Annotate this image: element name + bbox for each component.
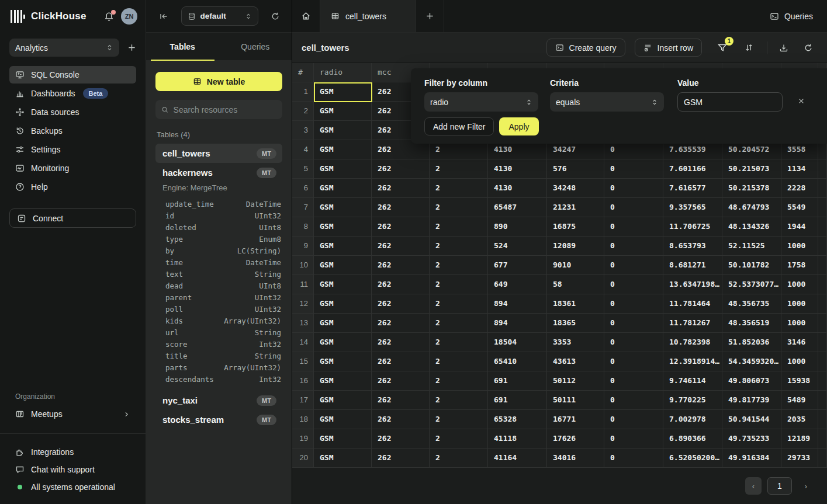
filter-button[interactable]: 1 xyxy=(716,40,729,55)
search-resources-input[interactable] xyxy=(174,105,276,114)
cell-net[interactable]: 2 xyxy=(430,371,488,391)
cell-range[interactable]: 1944 xyxy=(781,217,818,237)
cell-mcc[interactable]: 262 xyxy=(372,198,430,217)
cell-area[interactable]: 65328 xyxy=(488,410,547,429)
sidebar-item-data-sources[interactable]: Data sources xyxy=(9,103,136,121)
cell-area[interactable]: 18504 xyxy=(488,333,547,352)
sidebar-item-backups[interactable]: Backups xyxy=(9,122,136,140)
cell-unit[interactable]: 0 xyxy=(604,391,663,410)
table-row[interactable]: 9 GSM 262 2 524 12089 0 8.653793 52.1152… xyxy=(292,237,827,256)
cell-range[interactable]: 1758 xyxy=(781,256,818,275)
cell-range[interactable]: 29733 xyxy=(781,449,818,468)
create-query-button[interactable]: Create query xyxy=(546,39,625,57)
cell-cell[interactable]: 17626 xyxy=(547,429,604,449)
cell-net[interactable]: 2 xyxy=(430,159,488,179)
next-page-button[interactable]: › xyxy=(798,477,814,495)
cell-lat[interactable]: 50.101782 xyxy=(722,256,781,275)
cell-radio[interactable]: GSM xyxy=(314,294,372,314)
table-row[interactable]: 16 GSM 262 2 691 50112 0 9.746114 49.806… xyxy=(292,371,827,391)
cell-net[interactable]: 2 xyxy=(430,237,488,256)
table-row[interactable]: 7 GSM 262 2 65487 21231 0 9.357565 48.67… xyxy=(292,198,827,217)
cell-mcc[interactable]: 262 xyxy=(372,429,430,449)
refresh-table-button[interactable] xyxy=(801,41,815,55)
cell-area[interactable]: 691 xyxy=(488,391,547,410)
table-row[interactable]: 19 GSM 262 2 41118 17626 0 6.890366 49.7… xyxy=(292,429,827,449)
cell-mcc[interactable]: 262 xyxy=(372,333,430,352)
cell-area[interactable]: 65410 xyxy=(488,352,547,371)
collapse-panel-icon[interactable] xyxy=(159,12,168,21)
cell-area[interactable]: 691 xyxy=(488,371,547,391)
cell-mcc[interactable]: 262 xyxy=(372,410,430,429)
cell-lon[interactable]: 10.782398 xyxy=(663,333,722,352)
sidebar-item-chat-support[interactable]: Chat with support xyxy=(9,461,136,478)
cell-unit[interactable]: 0 xyxy=(604,159,663,179)
cell-radio[interactable]: GSM xyxy=(314,121,372,140)
cell-lon[interactable]: 11.706725 xyxy=(663,217,722,237)
cell-radio[interactable]: GSM xyxy=(314,410,372,429)
cell-mcc[interactable]: 262 xyxy=(372,294,430,314)
cell-radio[interactable]: GSM xyxy=(314,275,372,294)
cell-lon[interactable]: 11.781267 xyxy=(663,314,722,333)
cell-mcc[interactable]: 262 xyxy=(372,449,430,468)
cell-lat[interactable]: 49.735233 xyxy=(722,429,781,449)
cell-mcc[interactable]: 262 xyxy=(372,275,430,294)
sidebar-item-help[interactable]: Help xyxy=(9,178,136,196)
cell-cell[interactable]: 18365 xyxy=(547,314,604,333)
cell-radio[interactable]: GSM xyxy=(314,333,372,352)
tab-cell-towers[interactable]: cell_towers xyxy=(320,0,416,32)
cell-mcc[interactable]: 262 xyxy=(372,179,430,198)
cell-radio[interactable]: GSM xyxy=(314,449,372,468)
cell-unit[interactable]: 0 xyxy=(604,410,663,429)
cell-lat[interactable]: 49.806073 xyxy=(722,371,781,391)
cell-lon[interactable]: 13.6347198… xyxy=(663,275,722,294)
cell-cell[interactable]: 576 xyxy=(547,159,604,179)
sidebar-item-sql-console[interactable]: SQL Console xyxy=(9,66,136,84)
cell-radio[interactable]: GSM xyxy=(314,217,372,237)
cell-range[interactable]: 1134 xyxy=(781,159,818,179)
cell-mcc[interactable]: 262 xyxy=(372,352,430,371)
notifications-bell-icon[interactable] xyxy=(104,12,114,22)
cell-mcc[interactable]: 262 xyxy=(372,217,430,237)
cell-net[interactable]: 2 xyxy=(430,352,488,371)
cell-radio[interactable]: GSM xyxy=(314,159,372,179)
cell-range[interactable]: 1000 xyxy=(781,237,818,256)
cell-radio[interactable]: GSM xyxy=(314,256,372,275)
cell-unit[interactable]: 0 xyxy=(604,256,663,275)
cell-unit[interactable]: 0 xyxy=(604,294,663,314)
sort-button[interactable] xyxy=(742,40,756,55)
table-row[interactable]: 10 GSM 262 2 677 9010 0 8.681271 50.1017… xyxy=(292,256,827,275)
cell-radio[interactable]: GSM xyxy=(314,237,372,256)
cell-lat[interactable]: 48.356735 xyxy=(722,294,781,314)
cell-lon[interactable]: 11.781464 xyxy=(663,294,722,314)
table-row[interactable]: 18 GSM 262 2 65328 16771 0 7.002978 50.9… xyxy=(292,410,827,429)
cell-lat[interactable]: 50.215378 xyxy=(722,179,781,198)
cell-lon[interactable]: 6.890366 xyxy=(663,429,722,449)
sidebar-item-monitoring[interactable]: Monitoring xyxy=(9,159,136,177)
cell-lat[interactable]: 49.817739 xyxy=(722,391,781,410)
column-header[interactable]: # xyxy=(292,63,314,82)
tab-tables[interactable]: Tables xyxy=(146,33,219,60)
add-workspace-button[interactable] xyxy=(127,43,136,52)
cell-unit[interactable]: 0 xyxy=(604,198,663,217)
cell-cell[interactable]: 34016 xyxy=(547,449,604,468)
table-row[interactable]: 8 GSM 262 2 890 16875 0 11.706725 48.134… xyxy=(292,217,827,237)
refresh-tables-icon[interactable] xyxy=(271,12,280,21)
cell-lon[interactable]: 9.746114 xyxy=(663,371,722,391)
cell-range[interactable]: 12189 xyxy=(781,429,818,449)
cell-cell[interactable]: 43613 xyxy=(547,352,604,371)
cell-radio[interactable]: GSM xyxy=(314,82,372,102)
sidebar-item-settings[interactable]: Settings xyxy=(9,141,136,158)
cell-radio[interactable]: GSM xyxy=(314,391,372,410)
cell-range[interactable]: 1000 xyxy=(781,275,818,294)
cell-net[interactable]: 2 xyxy=(430,275,488,294)
cell-mcc[interactable]: 262 xyxy=(372,314,430,333)
sidebar-item-system-status[interactable]: All systems operational xyxy=(9,478,136,496)
cell-lat[interactable]: 48.134326 xyxy=(722,217,781,237)
add-new-filter-button[interactable]: Add new Filter xyxy=(424,117,494,135)
cell-lat[interactable]: 50.941544 xyxy=(722,410,781,429)
cell-net[interactable]: 2 xyxy=(430,217,488,237)
cell-cell[interactable]: 21231 xyxy=(547,198,604,217)
column-header[interactable]: radio xyxy=(314,63,372,82)
sidebar-item-integrations[interactable]: Integrations xyxy=(9,443,136,461)
cell-lon[interactable]: 8.653793 xyxy=(663,237,722,256)
